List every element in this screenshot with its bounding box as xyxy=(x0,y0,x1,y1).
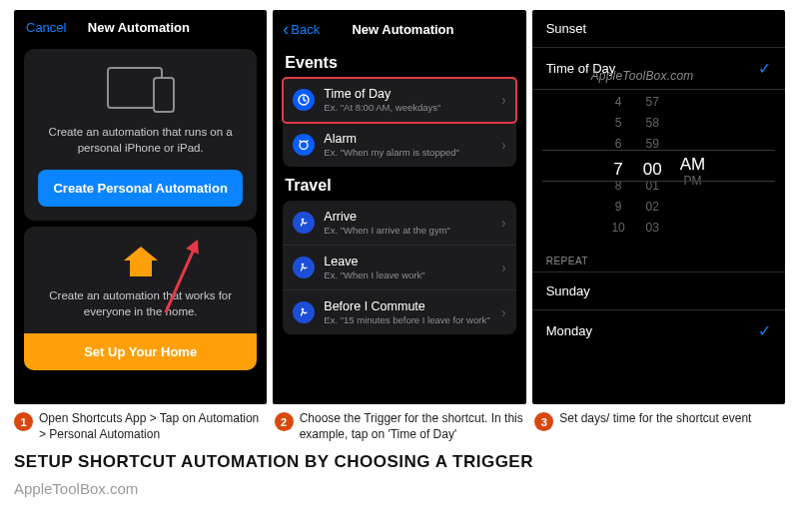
trigger-row-alarm[interactable]: Alarm Ex. "When my alarm is stopped" › xyxy=(283,123,515,167)
trigger-row-leave[interactable]: Leave Ex. "When I leave work" › xyxy=(283,246,515,290)
step-number-badge: 3 xyxy=(534,412,553,431)
row-subtitle: Ex. "15 minutes before I leave for work" xyxy=(324,314,492,325)
step-number-badge: 2 xyxy=(275,412,294,431)
chevron-right-icon: › xyxy=(501,260,506,275)
leave-icon xyxy=(293,257,315,278)
option-time-of-day[interactable]: Time of Day ✓ AppleToolBox.com xyxy=(532,48,785,90)
card-description: Create an automation that works for ever… xyxy=(38,288,243,319)
card-description: Create an automation that runs on a pers… xyxy=(38,125,243,156)
step-captions: 1 Open Shortcuts App > Tap on Automation… xyxy=(14,410,785,442)
trigger-row-arrive[interactable]: Arrive Ex. "When I arrive at the gym" › xyxy=(283,201,515,246)
trigger-row-commute[interactable]: Before I Commute Ex. "15 minutes before … xyxy=(283,290,515,334)
checkmark-icon: ✓ xyxy=(758,321,771,340)
section-header-repeat: Repeat xyxy=(532,240,785,271)
nav-bar: Cancel New Automation xyxy=(14,10,267,43)
picker-minute-column[interactable]: 57 58 59 00 01 02 03 xyxy=(643,93,662,230)
headline: SETUP SHORTCUT AUTOMATION BY CHOOSING A … xyxy=(14,452,785,472)
setup-home-button[interactable]: Set Up Your Home xyxy=(24,333,257,370)
repeat-row-sunday[interactable]: Sunday xyxy=(532,271,785,309)
row-subtitle: Ex. "At 8:00 AM, weekdays" xyxy=(324,102,492,113)
option-label: Sunset xyxy=(546,21,586,36)
screen-1-new-automation: Cancel New Automation Create an automati… xyxy=(14,10,267,404)
row-label: Leave xyxy=(324,255,492,268)
step-1-text: Open Shortcuts App > Tap on Automation >… xyxy=(39,410,265,442)
devices-icon xyxy=(101,67,181,113)
picker-ampm-column[interactable]: AM PM xyxy=(680,93,706,230)
nav-title: New Automation xyxy=(88,20,190,35)
home-automation-card: Create an automation that works for ever… xyxy=(24,227,257,370)
row-label: Arrive xyxy=(324,210,492,224)
clock-icon xyxy=(293,89,315,111)
row-label: Alarm xyxy=(324,132,492,146)
time-picker[interactable]: 4 5 6 7 8 9 10 57 58 59 00 01 02 03 xyxy=(532,90,785,240)
row-subtitle: Ex. "When my alarm is stopped" xyxy=(324,147,492,158)
create-personal-automation-button[interactable]: Create Personal Automation xyxy=(38,170,243,207)
screen-3-time-settings: Sunset Time of Day ✓ AppleToolBox.com 4 … xyxy=(532,10,785,404)
option-sunset[interactable]: Sunset xyxy=(532,10,785,48)
svg-point-3 xyxy=(302,264,305,266)
chevron-right-icon: › xyxy=(501,215,506,231)
picker-hour-column[interactable]: 4 5 6 7 8 9 10 xyxy=(611,93,624,230)
alarm-icon xyxy=(293,134,315,156)
nav-bar: ‹ Back New Automation xyxy=(273,10,525,44)
commute-icon xyxy=(293,301,315,323)
step-3-text: Set days/ time for the shortcut event xyxy=(559,410,751,426)
back-chevron-icon[interactable]: ‹ xyxy=(283,20,289,38)
watermark: AppleToolBox.com xyxy=(591,69,694,83)
footer-credit: AppleToolBox.com xyxy=(14,480,785,497)
chevron-right-icon: › xyxy=(501,137,506,153)
svg-point-4 xyxy=(302,308,305,311)
svg-point-2 xyxy=(302,219,305,222)
row-label: Before I Commute xyxy=(324,299,492,313)
section-header-events: Events xyxy=(273,44,525,78)
chevron-right-icon: › xyxy=(501,304,506,320)
section-header-travel: Travel xyxy=(273,167,525,201)
step-2-text: Choose the Trigger for the shortcut. In … xyxy=(300,410,525,442)
personal-automation-card: Create an automation that runs on a pers… xyxy=(24,49,257,221)
home-icon xyxy=(124,247,158,276)
step-number-badge: 1 xyxy=(14,412,33,431)
arrive-icon xyxy=(293,212,315,234)
chevron-right-icon: › xyxy=(501,92,506,108)
repeat-row-monday[interactable]: Monday ✓ xyxy=(532,309,785,351)
cancel-button[interactable]: Cancel xyxy=(26,20,66,35)
day-label: Sunday xyxy=(546,283,590,298)
day-label: Monday xyxy=(546,323,592,338)
trigger-row-time-of-day[interactable]: Time of Day Ex. "At 8:00 AM, weekdays" › xyxy=(283,78,515,123)
checkmark-icon: ✓ xyxy=(758,59,771,78)
row-label: Time of Day xyxy=(324,87,492,101)
row-subtitle: Ex. "When I leave work" xyxy=(324,269,492,280)
row-subtitle: Ex. "When I arrive at the gym" xyxy=(324,225,492,236)
svg-point-1 xyxy=(300,142,308,150)
screen-2-choose-trigger: ‹ Back New Automation Events Time of Day… xyxy=(273,10,525,404)
nav-title: New Automation xyxy=(290,22,515,37)
